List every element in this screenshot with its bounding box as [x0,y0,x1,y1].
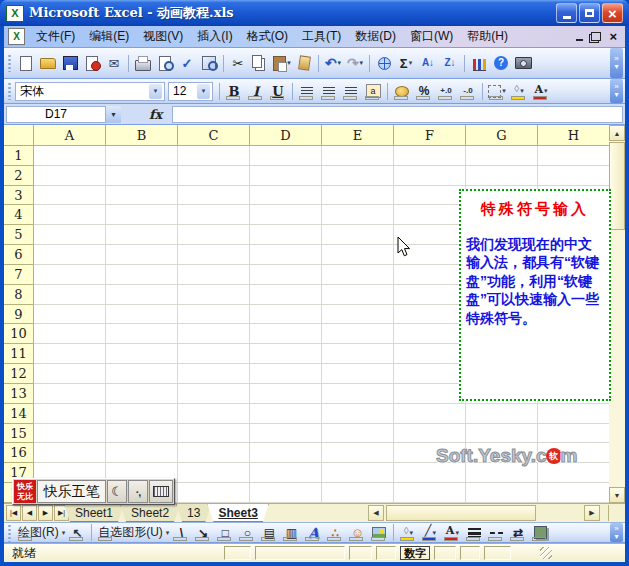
arrow-style-button[interactable]: ⇄ [507,522,529,543]
spelling-button[interactable]: ✓ [176,53,198,74]
column-header[interactable]: F [394,125,466,145]
menu-file[interactable]: 文件(F) [29,26,82,47]
align-left-button[interactable] [296,81,318,102]
menu-help[interactable]: 帮助(H) [460,26,515,47]
ime-softkeyboard-button[interactable] [149,480,173,503]
window-minimize-icon[interactable] [576,39,583,41]
clip-art-button[interactable]: ☺ [346,522,368,543]
menu-view[interactable]: 视图(V) [136,26,190,47]
open-button[interactable] [37,53,59,74]
fill-color-button[interactable]: ◊ [508,81,530,102]
row-header[interactable]: 2 [4,166,34,186]
row-header[interactable]: 8 [4,285,34,305]
shadow-style-button[interactable] [529,522,551,543]
line-style-button[interactable] [463,522,485,543]
column-header[interactable]: C [178,125,250,145]
toolbar-grip[interactable] [7,524,12,542]
help-button[interactable]: ? [490,53,512,74]
menu-window[interactable]: 窗口(W) [403,26,460,47]
row-header[interactable]: 13 [4,384,34,404]
sort-descending-button[interactable]: Z↓ [439,53,461,74]
ime-punctuation-button[interactable]: ·, [128,480,148,503]
next-sheet-button[interactable]: ▶ [38,505,53,521]
autoshapes-menu-button[interactable]: 自选图形(U) [95,522,170,543]
permission-button[interactable] [81,53,103,74]
save-button[interactable] [59,53,81,74]
font-size-combo[interactable]: 12 ▾ [168,82,213,101]
row-header[interactable]: 14 [4,404,34,424]
formula-input[interactable] [172,106,623,123]
row-header[interactable]: 7 [4,265,34,285]
prev-sheet-button[interactable]: ◀ [22,505,37,521]
menu-insert[interactable]: 插入(I) [190,26,239,47]
dash-style-button[interactable] [485,522,507,543]
name-box-dropdown-icon[interactable]: ▼ [106,106,121,123]
column-header[interactable]: B [106,125,178,145]
sheet-tab-sheet2[interactable]: Sheet2 [120,504,180,522]
menu-tools[interactable]: 工具(T) [295,26,348,47]
scroll-left-icon[interactable]: ◀ [368,505,384,521]
cut-button[interactable]: ✂ [227,53,249,74]
menu-edit[interactable]: 编辑(E) [82,26,136,47]
autosum-button[interactable]: Σ [395,53,417,74]
sheet-tab-sheet1[interactable]: Sheet1 [64,504,124,522]
font-name-combo[interactable]: 宋体 ▾ [15,82,165,101]
increase-decimal-button[interactable]: +.0 [435,81,457,102]
merge-center-button[interactable]: a [362,81,384,102]
chart-wizard-button[interactable] [468,53,490,74]
align-center-button[interactable] [318,81,340,102]
sheet-tab-13[interactable]: 13 [176,504,211,522]
minimize-button[interactable] [556,3,577,23]
vertical-scrollbar[interactable]: ▲ ▼ [609,125,625,503]
note-text-box[interactable]: 特殊符号输入 我们发现现在的中文输入法，都具有“软键盘”功能，利用“软键盘”可以… [459,189,611,401]
row-header[interactable]: 12 [4,364,34,384]
column-header[interactable]: A [34,125,106,145]
font-color-button[interactable]: A [530,81,552,102]
currency-button[interactable] [391,81,413,102]
arrow-button[interactable]: ↘ [192,522,214,543]
underline-button[interactable]: U [267,81,289,102]
row-header[interactable]: 4 [4,205,34,225]
decrease-decimal-button[interactable]: -.0 [457,81,479,102]
fill-color-button[interactable]: ◊ [397,522,419,543]
row-header[interactable]: 11 [4,344,34,364]
window-restore-icon[interactable] [591,32,601,41]
oval-button[interactable]: ○ [236,522,258,543]
undo-button[interactable]: ↶ [322,53,344,74]
row-header[interactable]: 3 [4,186,34,206]
column-header[interactable]: H [538,125,609,145]
resize-grip[interactable] [540,547,552,559]
paste-button[interactable] [271,53,293,74]
scroll-down-icon[interactable]: ▼ [609,487,625,503]
toolbar-options-button[interactable]: »▾ [610,523,623,542]
ime-mode-button[interactable]: ☾ [107,480,127,503]
scroll-right-icon[interactable]: ▶ [584,505,600,521]
row-header[interactable]: 1 [4,146,34,166]
insert-picture-button[interactable] [368,522,390,543]
ime-logo[interactable]: 快乐 无比 [14,480,36,503]
toolbar-grip[interactable] [7,82,12,100]
menu-data[interactable]: 数据(D) [348,26,403,47]
print-button[interactable] [132,53,154,74]
mail-button[interactable]: ✉ [103,53,125,74]
toolbar-grip[interactable] [7,54,12,72]
line-button[interactable]: \ [170,522,192,543]
toolbar-options-button[interactable]: »▾ [610,79,623,103]
maximize-button[interactable] [579,3,600,23]
row-header[interactable]: 16 [4,443,34,463]
new-document-button[interactable] [15,53,37,74]
row-header[interactable]: 9 [4,305,34,325]
research-button[interactable] [198,53,220,74]
column-header[interactable]: G [466,125,538,145]
rectangle-button[interactable]: □ [214,522,236,543]
diagram-button[interactable]: ∴ [324,522,346,543]
first-sheet-button[interactable]: |◀ [6,505,21,521]
italic-button[interactable]: I [245,81,267,102]
wordart-button[interactable]: A [302,522,324,543]
font-color-button[interactable]: A [441,522,463,543]
drawing-menu-button[interactable]: 绘图(R) [15,522,66,543]
line-color-button[interactable]: ╱ [419,522,441,543]
horizontal-scrollbar-thumb[interactable] [386,505,536,521]
select-all-corner[interactable] [4,125,34,146]
row-header[interactable]: 6 [4,245,34,265]
